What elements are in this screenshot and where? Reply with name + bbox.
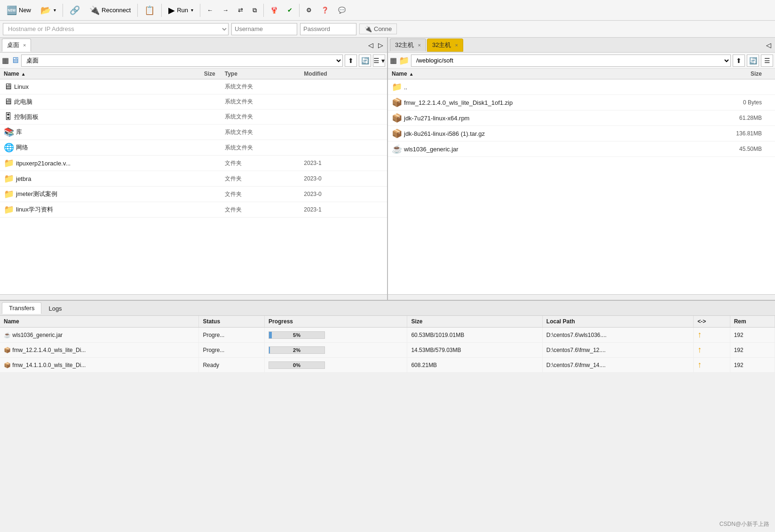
left-file-type: 系统文件夹 [225, 128, 304, 136]
run-button[interactable]: ▶ Run ▾ [165, 4, 197, 17]
right-file-name: 📁 .. [392, 82, 669, 92]
settings-icon: ⚙ [306, 7, 312, 14]
run-label: Run [177, 7, 188, 14]
sep3 [161, 4, 162, 17]
left-col-size-header: Size [162, 70, 224, 77]
left-file-row[interactable]: 📁 itpuxerp21oracle.v... 文件夹 2023-1 [0, 156, 387, 171]
right-path-select[interactable]: /weblogic/soft [411, 55, 731, 67]
left-file-row[interactable]: 🎛 控制面板 系统文件夹 [0, 110, 387, 125]
right-refresh-btn[interactable]: 🔄 [747, 55, 759, 67]
upload-arrow-icon: ↑ [697, 360, 702, 369]
right-view-btn[interactable]: ☰ [761, 55, 773, 67]
right-tab-2[interactable]: 32主机 × [427, 39, 463, 52]
left-refresh-btn[interactable]: 🔄 [359, 55, 371, 67]
sep2 [137, 4, 138, 17]
bottom-tab-logs[interactable]: Logs [41, 303, 69, 314]
open-dropdown-arrow: ▾ [54, 8, 56, 13]
left-tab-bar: 桌面 × ◁ ▷ [0, 38, 387, 53]
left-file-modified: 2023-0 [304, 191, 383, 197]
progress-bar-fill [269, 332, 272, 338]
bottom-tab-bar: Transfers Logs [0, 301, 775, 316]
sep6 [299, 4, 300, 17]
left-file-row[interactable]: 📁 linux学习资料 文件夹 2023-1 [0, 202, 387, 218]
new-button[interactable]: 🆕 New [3, 4, 35, 17]
right-file-row[interactable]: 📦 jdk-7u271-linux-x64.rpm 61.28MB [388, 110, 775, 126]
transfer-name: ☕ wls1036_generic.jar [0, 328, 199, 343]
left-file-row[interactable]: 🌐 网络 系统文件夹 [0, 140, 387, 156]
checkmark-icon: ✔ [287, 7, 293, 14]
right-file-size: 136.81MB [669, 130, 771, 137]
username-input[interactable] [231, 23, 297, 35]
open-button[interactable]: 📂 ▾ [37, 4, 60, 17]
right-file-size: 45.50MB [669, 146, 771, 152]
delete-button[interactable]: 🦞 [267, 5, 282, 15]
left-upload-btn[interactable]: ⬆ [345, 55, 357, 67]
right-tab-2-close[interactable]: × [455, 42, 458, 48]
right-file-size: 0 Bytes [669, 99, 771, 106]
right-tab-1-close[interactable]: × [418, 42, 420, 48]
watermark: CSDN@小新手上路 [720, 520, 769, 528]
transfer-row[interactable]: ☕ wls1036_generic.jar Progre... 5% 60.53… [0, 328, 775, 343]
help-button[interactable]: ❓ [317, 5, 332, 15]
left-file-row[interactable]: 📁 jetbra 文件夹 2023-0 [0, 171, 387, 187]
chat-button[interactable]: 💬 [334, 5, 349, 15]
back-icon: ← [207, 7, 213, 14]
left-path-select[interactable]: 桌面 [21, 55, 343, 67]
connect-button[interactable]: 🔌 Conne [359, 23, 397, 34]
run-icon: ▶ [168, 5, 175, 16]
transfer-row[interactable]: 📦 fmw_14.1.1.0.0_wls_lite_Di... Ready 0%… [0, 358, 775, 373]
transfer-direction: ↑ [694, 358, 730, 373]
left-tab-close[interactable]: × [23, 42, 26, 48]
sftp-button[interactable]: 🔗 [66, 4, 84, 17]
transfer-size: 608.21MB [407, 358, 542, 373]
left-file-row[interactable]: 📚 库 系统文件夹 [0, 125, 387, 140]
right-tab-nav: ◁ [764, 40, 773, 50]
right-tab-prev[interactable]: ◁ [764, 40, 773, 50]
bottom-tab-transfers[interactable]: Transfers [2, 302, 41, 314]
right-tab-1[interactable]: 32主机 × [390, 39, 426, 51]
right-file-row[interactable]: 📁 .. [388, 79, 775, 95]
left-file-row[interactable]: 🖥 此电脑 系统文件夹 [0, 94, 387, 110]
bottom-area: Transfers Logs Name Status Progress Size… [0, 301, 775, 373]
left-tab-desktop[interactable]: 桌面 × [2, 39, 31, 52]
checkmark-button[interactable]: ✔ [284, 5, 296, 15]
right-tab-bar: 32主机 × 32主机 × ◁ [388, 38, 775, 53]
left-view-btn[interactable]: ☰ ▾ [373, 55, 385, 67]
transfer-direction: ↑ [694, 343, 730, 358]
left-tab-next[interactable]: ▷ [376, 40, 385, 50]
right-file-row[interactable]: 📦 jdk-8u261-linux-i586 (1).tar.gz 136.81… [388, 126, 775, 141]
sep5 [263, 4, 264, 17]
left-path-folder-icon: 🖥 [11, 55, 19, 65]
right-scroll[interactable] [388, 294, 775, 300]
transfer-button[interactable]: ⇄ [234, 5, 247, 15]
right-tab-2-label: 32主机 [432, 41, 451, 49]
left-path-bar: ▦ 🖥 桌面 ⬆ 🔄 ☰ ▾ [0, 53, 387, 69]
right-upload-btn[interactable]: ⬆ [733, 55, 745, 67]
copy-button[interactable]: ⧉ [249, 5, 261, 16]
right-file-row[interactable]: 📦 fmw_12.2.1.4.0_wls_lite_Disk1_1of1.zip… [388, 95, 775, 110]
reconnect-icon: 🔌 [89, 5, 100, 16]
password-input[interactable] [300, 23, 356, 35]
left-col-modified-header: Modified [304, 70, 383, 77]
transfer-local-path: D:\centos7.6\fmw_14.... [542, 358, 693, 373]
transfer-direction: ↑ [694, 328, 730, 343]
import-button[interactable]: 📋 [141, 4, 158, 17]
transfer-file-icon: 📦 [4, 362, 11, 368]
transfer-progress: 2% [264, 343, 407, 358]
left-file-row[interactable]: 🖥 Linux 系统文件夹 [0, 79, 387, 94]
reconnect-label: Reconnect [102, 7, 131, 14]
transfer-row[interactable]: 📦 fmw_12.2.1.4.0_wls_lite_Di... Progre..… [0, 343, 775, 358]
back-button[interactable]: ← [203, 5, 217, 15]
left-file-name: 📚 库 [4, 127, 162, 137]
left-file-row[interactable]: 📁 jmeter测试案例 文件夹 2023-0 [0, 187, 387, 202]
left-file-modified: 2023-0 [304, 175, 383, 182]
transfer-remote: 192 [730, 328, 775, 343]
reconnect-button[interactable]: 🔌 Reconnect [86, 4, 134, 17]
settings-button[interactable]: ⚙ [302, 5, 316, 15]
left-scroll[interactable] [0, 294, 387, 300]
host-input[interactable]: Hostname or IP Address [3, 23, 229, 35]
left-tab-prev[interactable]: ◁ [366, 40, 375, 50]
forward-button[interactable]: → [219, 5, 232, 15]
right-file-row[interactable]: ☕ wls1036_generic.jar 45.50MB [388, 141, 775, 157]
right-file-size: 61.28MB [669, 115, 771, 121]
